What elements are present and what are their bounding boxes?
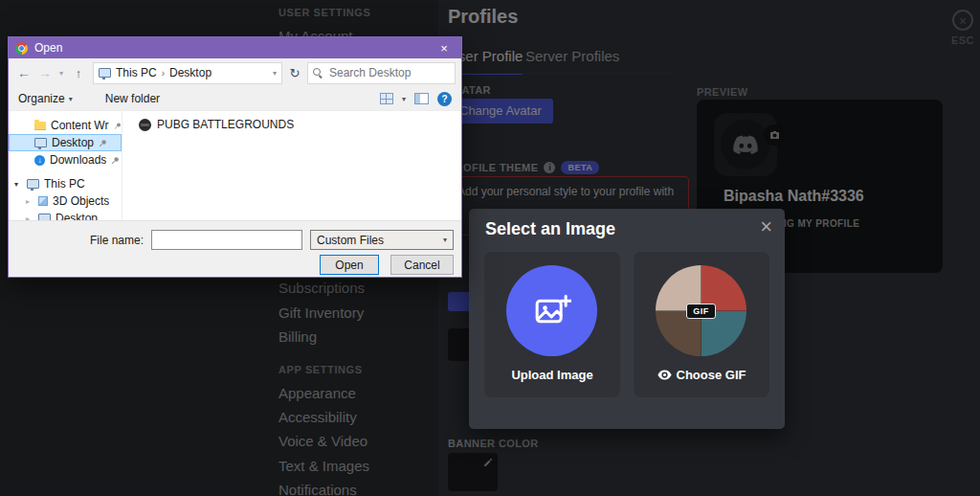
open-button[interactable]: Open	[320, 255, 379, 275]
folder-icon	[34, 122, 46, 130]
history-dropdown-icon[interactable]	[56, 69, 66, 78]
upload-image-card[interactable]: Upload Image	[484, 252, 620, 397]
breadcrumb-desktop[interactable]: Desktop	[169, 66, 212, 79]
dialog-close-button[interactable]	[427, 37, 461, 58]
eye-icon	[657, 370, 672, 380]
chrome-icon	[15, 42, 28, 55]
refresh-button[interactable]	[285, 66, 304, 80]
breadcrumb-this-pc[interactable]: This PC	[116, 66, 157, 79]
organize-dropdown-icon	[69, 95, 73, 103]
filename-row: File name: Custom Files	[9, 230, 454, 250]
choose-gif-label: Choose GIF	[634, 368, 769, 382]
new-folder-button[interactable]: New folder	[105, 92, 160, 105]
organize-label: Organize	[18, 92, 65, 105]
help-button[interactable]	[437, 92, 452, 106]
organize-button[interactable]: Organize	[18, 92, 73, 105]
select-image-modal: Select an Image Upload Image GIF Choose …	[469, 209, 785, 429]
tree-item-label: Downloads	[50, 153, 106, 167]
file-item-pubg[interactable]: PUBG BATTLEGROUNDS	[139, 118, 461, 131]
image-plus-icon	[533, 292, 571, 330]
combo-dropdown-icon	[443, 236, 447, 244]
tree-item-label: This PC	[44, 177, 85, 191]
choose-gif-card[interactable]: GIF Choose GIF	[634, 252, 769, 397]
tree-item-downloads[interactable]: Downloads	[9, 151, 122, 169]
gif-badge: GIF	[686, 304, 716, 319]
back-button[interactable]	[14, 65, 33, 80]
pin-icon	[99, 139, 107, 147]
file-item-label: PUBG BATTLEGROUNDS	[157, 118, 294, 131]
this-pc-icon	[99, 68, 111, 78]
view-dropdown-icon[interactable]	[402, 95, 406, 103]
file-name-input[interactable]	[151, 230, 302, 250]
search-box[interactable]	[307, 62, 456, 84]
pin-icon	[111, 156, 120, 165]
file-name-label: File name:	[9, 234, 151, 247]
tree-item-label: 3D Objects	[53, 194, 109, 208]
tree-item-desktop-selected[interactable]: Desktop	[9, 134, 122, 151]
cancel-button[interactable]: Cancel	[390, 255, 454, 275]
tree-item-label: Desktop	[52, 136, 94, 149]
dialog-title: Open	[34, 41, 62, 55]
address-bar[interactable]: This PC Desktop	[93, 62, 282, 84]
toolbar-right-group	[380, 92, 452, 106]
up-button[interactable]	[69, 66, 88, 80]
modal-close-icon[interactable]	[760, 214, 772, 239]
game-icon	[139, 119, 151, 131]
file-type-select[interactable]: Custom Files	[310, 230, 454, 250]
new-folder-label: New folder	[105, 92, 160, 105]
dialog-footer: File name: Custom Files Open Cancel	[9, 220, 461, 277]
tree-item-content-writing[interactable]: Content Writi	[9, 117, 122, 134]
address-dropdown-icon[interactable]	[273, 69, 277, 78]
pin-icon	[114, 122, 122, 130]
search-input[interactable]	[327, 65, 450, 80]
choose-gif-text: Choose GIF	[677, 368, 746, 382]
modal-title: Select an Image	[485, 219, 615, 239]
file-list: PUBG BATTLEGROUNDS	[122, 111, 461, 221]
expander-closed-icon[interactable]	[26, 197, 33, 206]
search-icon	[313, 68, 323, 78]
buttons-row: Open Cancel	[320, 255, 454, 275]
upload-image-label: Upload Image	[484, 368, 620, 382]
this-pc-icon	[27, 179, 39, 189]
upload-circle	[506, 265, 597, 356]
expander-open-icon[interactable]	[14, 180, 22, 189]
tree-item-this-pc[interactable]: This PC	[9, 175, 122, 192]
dialog-titlebar: Open	[9, 37, 461, 58]
gif-preview-circle: GIF	[656, 265, 746, 356]
view-grid-icon[interactable]	[380, 93, 393, 104]
tree-item-label: Content Writi	[51, 119, 109, 132]
downloads-icon	[34, 155, 45, 166]
preview-pane-icon[interactable]	[414, 93, 429, 104]
navigation-bar: This PC Desktop	[9, 58, 461, 87]
open-file-dialog: Open This PC Desktop Organize	[8, 36, 462, 278]
folder-tree: Content Writi Desktop Downloads	[9, 111, 122, 221]
tree-item-3d-objects[interactable]: 3D Objects	[9, 192, 122, 210]
dialog-body: Content Writi Desktop Downloads	[9, 111, 461, 221]
command-toolbar: Organize New folder	[9, 87, 461, 111]
breadcrumb-separator-icon	[162, 68, 165, 79]
forward-button[interactable]	[36, 65, 54, 80]
screen: USER SETTINGS My Account Subscriptions G…	[0, 0, 980, 496]
desktop-icon	[34, 138, 47, 147]
file-type-value: Custom Files	[317, 234, 384, 247]
3d-objects-icon	[38, 196, 48, 206]
